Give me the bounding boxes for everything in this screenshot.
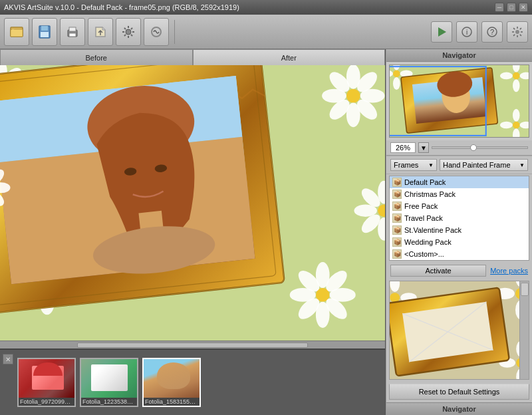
- more-packs-link[interactable]: More packs: [490, 267, 528, 275]
- pack-icon: 📦: [392, 213, 402, 223]
- svg-point-95: [513, 109, 520, 122]
- pack-actions: Activate More packs: [386, 262, 532, 279]
- effects-button[interactable]: [144, 18, 169, 46]
- maximize-button[interactable]: □: [507, 3, 516, 12]
- svg-point-92: [500, 72, 513, 80]
- zoom-controls: 26% ▼: [386, 140, 532, 155]
- right-panel: Navigator: [386, 49, 532, 415]
- zoom-slider-handle[interactable]: [470, 144, 477, 151]
- pack-item-travel[interactable]: 📦 Travel Pack: [390, 212, 529, 224]
- zoom-decrease-button[interactable]: ▼: [418, 142, 429, 153]
- navigator-section: Navigator: [386, 49, 532, 156]
- zoom-slider[interactable]: [432, 146, 528, 149]
- svg-rect-3: [41, 26, 48, 31]
- frames-controls: Frames ▼ Hand Painted Frame ▼: [386, 156, 532, 174]
- pack-item-label: St.Valentine Pack: [404, 226, 462, 234]
- toolbar-separator: [174, 20, 175, 44]
- toolbar: i ?: [0, 15, 532, 49]
- zoom-value: 26%: [390, 142, 416, 153]
- horizontal-scrollbar[interactable]: [0, 341, 385, 348]
- pack-icon: 📦: [392, 225, 402, 235]
- canvas-image: [0, 65, 385, 348]
- pack-item-default[interactable]: 📦 Default Pack: [390, 176, 529, 188]
- left-panel: Before After: [0, 49, 386, 415]
- frame-style-label: Hand Painted Frame: [443, 161, 511, 169]
- print-button[interactable]: [60, 18, 85, 46]
- open-file-button[interactable]: [4, 18, 29, 46]
- canvas-background: [0, 65, 385, 348]
- pack-icon: 📦: [392, 178, 402, 187]
- pack-icon: 📦: [392, 190, 402, 199]
- export-button[interactable]: [88, 18, 113, 46]
- svg-point-15: [515, 30, 519, 34]
- pack-item-custom[interactable]: 📦 <Custom>...: [390, 248, 529, 260]
- frames-dropdown[interactable]: Frames ▼: [390, 159, 437, 171]
- svg-point-91: [513, 79, 520, 92]
- svg-rect-6: [69, 27, 76, 31]
- reset-button[interactable]: Reset to Default Settings: [389, 384, 529, 400]
- tab-after[interactable]: After: [193, 49, 386, 65]
- gear-button[interactable]: [507, 21, 528, 43]
- settings-button[interactable]: [116, 18, 141, 46]
- frame-style-arrow: ▼: [519, 162, 525, 168]
- scrollbar-thumb[interactable]: [77, 343, 308, 348]
- titlebar: AKVIS ArtSuite v.10.0 - Default Pack - f…: [0, 0, 532, 15]
- pack-icon: 📦: [392, 249, 402, 259]
- pack-list: 📦 Default Pack 📦 Christmas Pack 📦 Free P…: [389, 176, 529, 261]
- scrollbar-thumb[interactable]: [521, 283, 529, 296]
- pack-item-label: <Custom>...: [404, 250, 444, 258]
- pack-item-label: Travel Pack: [404, 214, 443, 222]
- filmstrip-item[interactable]: Fotolia_1223538_S...: [80, 358, 138, 407]
- pack-icon: 📦: [392, 237, 402, 247]
- frames-dropdown-label: Frames: [394, 161, 418, 169]
- pack-item-free[interactable]: 📦 Free Pack: [390, 200, 529, 212]
- main-area: Before After: [0, 49, 532, 415]
- svg-point-26: [346, 89, 360, 103]
- close-button[interactable]: ✕: [519, 3, 528, 12]
- svg-point-97: [500, 122, 513, 129]
- svg-text:?: ?: [490, 28, 494, 36]
- titlebar-title: AKVIS ArtSuite v.10.0 - Default Pack - f…: [4, 3, 239, 11]
- pack-item-label: Default Pack: [404, 178, 446, 186]
- toolbar-right: i ?: [431, 21, 528, 43]
- svg-point-84: [393, 70, 400, 77]
- filmstrip-label: Fotolia_9972099_S...: [19, 398, 74, 406]
- tab-before[interactable]: Before: [0, 49, 193, 65]
- pack-icon: 📦: [392, 202, 402, 211]
- pack-item-label: Wedding Pack: [404, 238, 452, 246]
- pack-item-christmas[interactable]: 📦 Christmas Pack: [390, 188, 529, 200]
- filmstrip-delete-button[interactable]: ✕: [3, 354, 13, 364]
- svg-point-94: [513, 122, 520, 129]
- pack-item-label: Christmas Pack: [404, 190, 456, 198]
- svg-point-89: [513, 72, 520, 80]
- filmstrip-label: Fotolia_1223538_S...: [81, 398, 137, 406]
- run-button[interactable]: [431, 21, 452, 43]
- svg-text:i: i: [466, 29, 467, 36]
- filmstrip: ✕ Fotolia_9972099_S... Fotolia_1223538_S…: [0, 348, 385, 415]
- pack-item-label: Free Pack: [404, 202, 438, 210]
- svg-rect-4: [41, 32, 49, 37]
- filmstrip-item[interactable]: Fotolia_9972099_S...: [17, 358, 76, 407]
- info-button[interactable]: i: [456, 21, 477, 43]
- svg-point-8: [126, 29, 131, 35]
- right-scrollbar[interactable]: [519, 281, 529, 379]
- activate-button[interactable]: Activate: [390, 265, 486, 277]
- frame-style-dropdown[interactable]: Hand Painted Frame ▼: [440, 159, 528, 171]
- svg-marker-10: [438, 27, 446, 37]
- titlebar-controls: ─ □ ✕: [495, 3, 528, 12]
- svg-point-86: [393, 77, 400, 90]
- pack-item-valentine[interactable]: 📦 St.Valentine Pack: [390, 224, 529, 236]
- help-button[interactable]: ?: [481, 21, 503, 43]
- minimize-button[interactable]: ─: [495, 3, 504, 12]
- pack-item-wedding[interactable]: 📦 Wedding Pack: [390, 236, 529, 248]
- navigator-title: Navigator: [386, 49, 532, 62]
- view-tabs: Before After: [0, 49, 385, 65]
- filmstrip-item[interactable]: Fotolia_15831553_...: [142, 358, 201, 407]
- save-button[interactable]: [32, 18, 57, 46]
- svg-rect-7: [69, 33, 76, 37]
- navigator-preview[interactable]: [389, 65, 529, 138]
- frame-preview-section: [389, 281, 529, 380]
- canvas-area[interactable]: [0, 65, 385, 348]
- frames-dropdown-arrow: ▼: [428, 162, 434, 168]
- filmstrip-label: Fotolia_15831553_...: [144, 398, 200, 406]
